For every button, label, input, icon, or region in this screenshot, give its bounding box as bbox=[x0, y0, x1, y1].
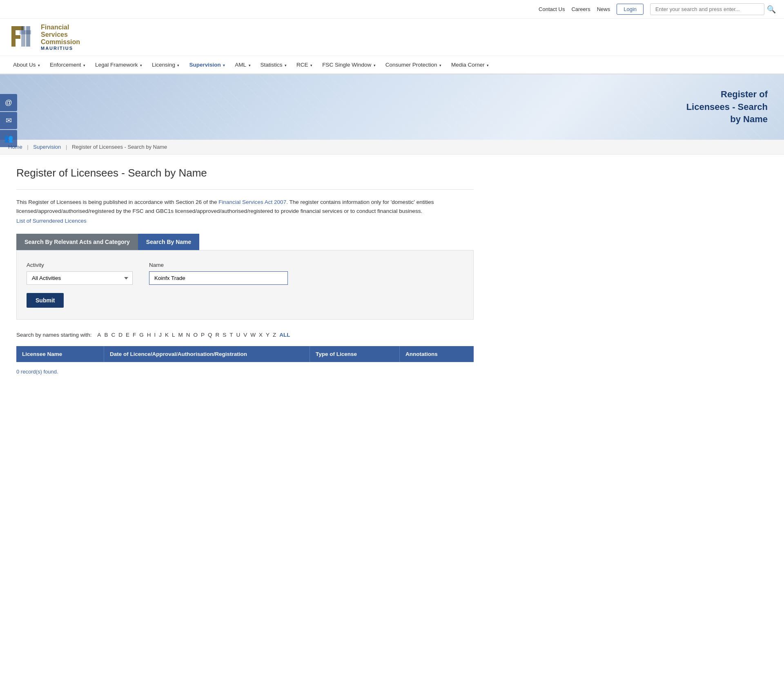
alpha-search: Search by names starting with: A B C D E… bbox=[16, 332, 474, 338]
chevron-down-icon: ▾ bbox=[372, 63, 376, 67]
breadcrumb-current: Register of Licensees - Search by Name bbox=[72, 144, 167, 150]
alpha-link-G[interactable]: G bbox=[139, 332, 144, 338]
activity-select[interactable]: All Activities bbox=[27, 271, 133, 285]
surrendered-licences-link[interactable]: List of Surrendered Licences bbox=[16, 218, 474, 224]
nav-link-rce[interactable]: RCE ▾ bbox=[292, 56, 317, 74]
alpha-link-N[interactable]: N bbox=[186, 332, 190, 338]
nav-link-supervision[interactable]: Supervision ▾ bbox=[184, 56, 230, 74]
name-group: Name bbox=[149, 262, 288, 285]
alpha-link-J[interactable]: J bbox=[159, 332, 162, 338]
nav-item-supervision[interactable]: Supervision ▾ bbox=[184, 56, 230, 74]
nav-item-licensing[interactable]: Licensing ▾ bbox=[147, 56, 185, 74]
alpha-link-O[interactable]: O bbox=[193, 332, 198, 338]
alpha-link-M[interactable]: M bbox=[178, 332, 183, 338]
chevron-down-icon: ▾ bbox=[439, 63, 442, 67]
page-title: Register of Licensees - Search by Name bbox=[16, 167, 474, 179]
search-input[interactable] bbox=[650, 3, 764, 15]
news-link[interactable]: News bbox=[597, 6, 610, 12]
nav-item-enforcement[interactable]: Enforcement ▾ bbox=[45, 56, 90, 74]
search-submit-button[interactable]: 🔍 bbox=[767, 5, 776, 14]
nav-item-aml[interactable]: AML ▾ bbox=[230, 56, 255, 74]
search-icon: 🔍 bbox=[767, 5, 776, 13]
alpha-link-X[interactable]: X bbox=[259, 332, 263, 338]
alpha-link-W[interactable]: W bbox=[250, 332, 256, 338]
name-input[interactable] bbox=[149, 271, 288, 285]
hero-title: Register of Licensees - Search by Name bbox=[686, 88, 784, 126]
nav-link-licensing[interactable]: Licensing ▾ bbox=[147, 56, 185, 74]
records-found: 0 record(s) found. bbox=[16, 369, 474, 375]
group-side-icon[interactable]: 👥 bbox=[0, 130, 17, 147]
email-side-icon[interactable]: @ bbox=[0, 94, 17, 111]
activity-label: Activity bbox=[27, 262, 133, 268]
alpha-link-all[interactable]: ALL bbox=[279, 332, 290, 338]
careers-link[interactable]: Careers bbox=[571, 6, 590, 12]
table-header: Licensee NameDate of Licence/Approval/Au… bbox=[16, 346, 474, 362]
activity-select-wrapper: All Activities bbox=[27, 271, 133, 285]
table-header-type-of-license: Type of License bbox=[310, 346, 400, 362]
alpha-link-K[interactable]: K bbox=[165, 332, 169, 338]
table-header-licensee-name: Licensee Name bbox=[16, 346, 104, 362]
alpha-link-B[interactable]: B bbox=[104, 332, 108, 338]
chevron-down-icon: ▾ bbox=[310, 63, 313, 67]
logo-text: Financial Services Commission MAURITIUS bbox=[41, 24, 80, 51]
tab-acts-category[interactable]: Search By Relevant Acts and Category bbox=[16, 234, 138, 250]
alpha-link-U[interactable]: U bbox=[236, 332, 241, 338]
fsa-link[interactable]: Financial Services Act 2007 bbox=[218, 199, 286, 205]
nav-item-statistics[interactable]: Statistics ▾ bbox=[256, 56, 292, 74]
chevron-down-icon: ▾ bbox=[284, 63, 287, 67]
nav-link-enforcement[interactable]: Enforcement ▾ bbox=[45, 56, 90, 74]
nav-item-media-corner[interactable]: Media Corner ▾ bbox=[446, 56, 494, 74]
alpha-link-E[interactable]: E bbox=[126, 332, 129, 338]
alpha-prefix: Search by names starting with: bbox=[16, 332, 92, 338]
search-tabs: Search By Relevant Acts and Category Sea… bbox=[16, 234, 474, 250]
envelope-side-icon[interactable]: ✉ bbox=[0, 112, 17, 129]
chevron-down-icon: ▾ bbox=[139, 63, 142, 67]
nav-link-about-us[interactable]: About Us ▾ bbox=[8, 56, 45, 74]
alpha-link-A[interactable]: A bbox=[97, 332, 101, 338]
alpha-link-F[interactable]: F bbox=[133, 332, 136, 338]
tab-search-by-name[interactable]: Search By Name bbox=[138, 234, 200, 250]
nav-link-media-corner[interactable]: Media Corner ▾ bbox=[446, 56, 494, 74]
nav-link-fsc-single-window[interactable]: FSC Single Window ▾ bbox=[317, 56, 381, 74]
nav-link-statistics[interactable]: Statistics ▾ bbox=[256, 56, 292, 74]
alpha-link-I[interactable]: I bbox=[154, 332, 156, 338]
header: Financial Services Commission MAURITIUS bbox=[0, 19, 784, 56]
group-icon: 👥 bbox=[4, 134, 13, 143]
alpha-link-Y[interactable]: Y bbox=[266, 332, 270, 338]
alpha-link-T[interactable]: T bbox=[229, 332, 233, 338]
topbar: Contact Us Careers News Login 🔍 bbox=[0, 0, 784, 19]
email-icon: @ bbox=[5, 98, 12, 107]
nav-item-consumer-protection[interactable]: Consumer Protection ▾ bbox=[381, 56, 446, 74]
alpha-link-Z[interactable]: Z bbox=[273, 332, 276, 338]
logo: Financial Services Commission MAURITIUS bbox=[8, 23, 80, 51]
chevron-down-icon: ▾ bbox=[486, 63, 489, 67]
alpha-link-Q[interactable]: Q bbox=[208, 332, 212, 338]
alpha-link-H[interactable]: H bbox=[147, 332, 151, 338]
nav-link-consumer-protection[interactable]: Consumer Protection ▾ bbox=[381, 56, 446, 74]
main-content: Register of Licensees - Search by Name T… bbox=[0, 154, 490, 391]
activity-group: Activity All Activities bbox=[27, 262, 133, 285]
login-button[interactable]: Login bbox=[617, 4, 644, 15]
nav-item-legal-framework[interactable]: Legal Framework ▾ bbox=[90, 56, 147, 74]
divider-1 bbox=[16, 189, 474, 190]
form-row: Activity All Activities Name bbox=[27, 262, 463, 285]
alpha-link-R[interactable]: R bbox=[216, 332, 220, 338]
chevron-down-icon: ▾ bbox=[82, 63, 86, 67]
contact-us-link[interactable]: Contact Us bbox=[539, 6, 565, 12]
chevron-down-icon: ▾ bbox=[37, 63, 40, 67]
nav-link-aml[interactable]: AML ▾ bbox=[230, 56, 255, 74]
breadcrumb-supervision[interactable]: Supervision bbox=[33, 144, 61, 150]
nav-link-legal-framework[interactable]: Legal Framework ▾ bbox=[90, 56, 147, 74]
submit-button[interactable]: Submit bbox=[27, 293, 64, 308]
svg-rect-5 bbox=[21, 26, 25, 47]
alpha-link-C[interactable]: C bbox=[111, 332, 115, 338]
alpha-link-S[interactable]: S bbox=[223, 332, 226, 338]
alpha-link-D[interactable]: D bbox=[118, 332, 122, 338]
nav-item-about-us[interactable]: About Us ▾ bbox=[8, 56, 45, 74]
nav-item-rce[interactable]: RCE ▾ bbox=[292, 56, 317, 74]
alpha-link-P[interactable]: P bbox=[201, 332, 205, 338]
nav-item-fsc-single-window[interactable]: FSC Single Window ▾ bbox=[317, 56, 381, 74]
breadcrumb-sep-1: | bbox=[27, 144, 28, 150]
alpha-link-L[interactable]: L bbox=[172, 332, 175, 338]
alpha-link-V[interactable]: V bbox=[243, 332, 247, 338]
